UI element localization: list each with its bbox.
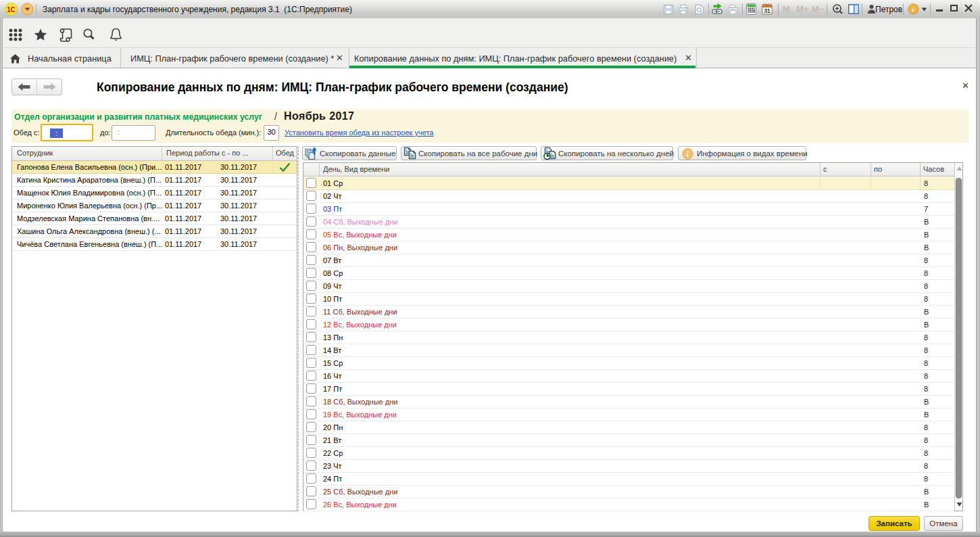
svg-text:1С: 1С	[7, 6, 16, 14]
svg-text:31: 31	[764, 7, 770, 14]
